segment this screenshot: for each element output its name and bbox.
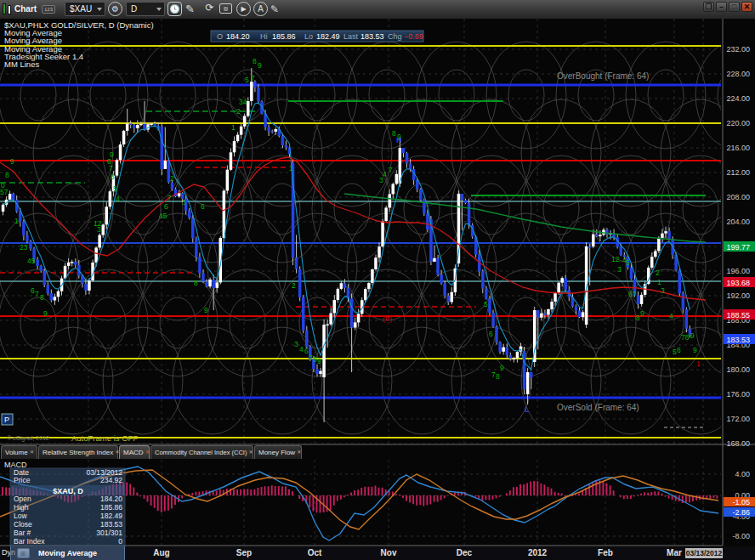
- svg-text:6: 6: [201, 202, 205, 211]
- svg-text:9: 9: [204, 306, 208, 314]
- svg-text:188.55: 188.55: [726, 311, 750, 320]
- svg-text:5: 5: [673, 348, 677, 356]
- svg-text:Bar #: Bar #: [14, 529, 31, 537]
- svg-text:Bar Index: Bar Index: [14, 537, 45, 546]
- svg-text:180.00: 180.00: [726, 365, 750, 374]
- svg-text:1: 1: [231, 123, 236, 132]
- svg-text:8: 8: [253, 57, 257, 65]
- svg-text:182.49: 182.49: [100, 512, 122, 520]
- svg-text:-2.86: -2.86: [732, 508, 750, 517]
- svg-text:0: 0: [118, 537, 122, 546]
- svg-text:4: 4: [116, 195, 120, 203]
- svg-text:183.53: 183.53: [726, 336, 750, 344]
- svg-text:Hi: Hi: [260, 32, 268, 41]
- svg-text:7: 7: [35, 290, 39, 298]
- svg-text:183.53: 183.53: [360, 32, 384, 41]
- svg-text:9: 9: [110, 150, 114, 159]
- svg-text:MM Lines: MM Lines: [4, 59, 39, 69]
- svg-text:8: 8: [40, 293, 44, 302]
- svg-text:−0.69: −0.69: [404, 32, 423, 41]
- svg-text:8: 8: [496, 372, 500, 381]
- svg-text:5: 5: [245, 76, 249, 84]
- svg-text:O: O: [217, 32, 223, 41]
- svg-text:Chg: Chg: [388, 32, 402, 41]
- svg-text:3: 3: [661, 286, 665, 295]
- svg-text:184.20: 184.20: [100, 495, 122, 503]
- svg-text:4.00: 4.00: [735, 470, 750, 478]
- svg-text:P: P: [4, 416, 9, 424]
- svg-text:9: 9: [43, 309, 48, 318]
- svg-text:5: 5: [626, 258, 630, 267]
- svg-text:172.00: 172.00: [726, 415, 750, 423]
- svg-text:7: 7: [251, 74, 255, 82]
- svg-text:5: 5: [484, 300, 488, 308]
- svg-text:-1.05: -1.05: [732, 498, 750, 506]
- svg-text:182.49: 182.49: [316, 32, 340, 41]
- svg-text:3: 3: [182, 198, 186, 206]
- svg-text:9: 9: [317, 357, 321, 365]
- svg-text:Last: Last: [343, 32, 359, 41]
- svg-text:185.86: 185.86: [100, 503, 122, 512]
- svg-text:183.53: 183.53: [100, 520, 122, 529]
- svg-text:2: 2: [236, 107, 241, 116]
- svg-text:2: 2: [170, 174, 174, 183]
- svg-text:Close: Close: [14, 520, 32, 529]
- svg-text:212.00: 212.00: [726, 168, 750, 177]
- svg-text:45: 45: [27, 257, 36, 265]
- svg-text:7: 7: [389, 166, 393, 174]
- svg-text:232.00: 232.00: [726, 45, 750, 54]
- svg-text:3: 3: [294, 340, 298, 348]
- svg-text:Low: Low: [14, 512, 27, 520]
- svg-text:228.00: 228.00: [726, 70, 750, 78]
- svg-text:196.00: 196.00: [726, 267, 750, 275]
- svg-text:8: 8: [111, 173, 115, 181]
- svg-text:6: 6: [489, 330, 493, 338]
- svg-text:3: 3: [97, 225, 101, 234]
- svg-text:185.86: 185.86: [272, 32, 296, 41]
- svg-text:301/301: 301/301: [96, 529, 122, 537]
- svg-text:184.20: 184.20: [226, 32, 250, 41]
- svg-text:224.00: 224.00: [726, 94, 750, 103]
- svg-text:199.77: 199.77: [726, 243, 750, 252]
- svg-text:4: 4: [383, 170, 387, 178]
- svg-text:OverSold (Frame: 64): OverSold (Frame: 64): [557, 403, 639, 412]
- svg-text:9: 9: [10, 157, 14, 166]
- svg-text:6: 6: [164, 202, 168, 211]
- svg-text:-8.00: -8.00: [732, 532, 750, 540]
- svg-text:L: L: [525, 405, 530, 414]
- svg-text:67: 67: [628, 290, 637, 298]
- svg-text:204.00: 204.00: [726, 218, 750, 226]
- svg-text:193.68: 193.68: [726, 279, 750, 287]
- svg-text:7: 7: [167, 194, 172, 202]
- svg-text:9: 9: [640, 309, 644, 318]
- svg-text:8: 8: [5, 171, 9, 179]
- svg-text:3: 3: [617, 265, 622, 274]
- svg-text:Open: Open: [14, 495, 31, 503]
- svg-text:4: 4: [669, 312, 673, 320]
- svg-text:© eSignal, 2012: © eSignal, 2012: [7, 435, 49, 442]
- svg-text:1: 1: [289, 164, 293, 173]
- svg-text:8: 8: [194, 279, 198, 287]
- svg-text:9: 9: [693, 346, 697, 354]
- svg-text:$XAU, D: $XAU, D: [53, 487, 83, 495]
- svg-text:9: 9: [690, 331, 695, 340]
- svg-text:9: 9: [500, 364, 504, 372]
- svg-text:1: 1: [657, 278, 661, 286]
- svg-text:OverBought (Frame: 64): OverBought (Frame: 64): [557, 71, 649, 81]
- svg-text:Lo: Lo: [304, 32, 313, 41]
- svg-text:2: 2: [656, 269, 660, 277]
- svg-text:4: 4: [299, 345, 304, 354]
- svg-text:208.00: 208.00: [726, 193, 750, 201]
- svg-text:(R): (R): [383, 315, 392, 323]
- svg-text:2: 2: [292, 281, 296, 290]
- svg-text:23: 23: [20, 243, 28, 252]
- svg-text:H: H: [396, 136, 402, 144]
- svg-text:220.00: 220.00: [726, 119, 750, 127]
- svg-text:57: 57: [0, 188, 9, 196]
- svg-text:45: 45: [159, 212, 167, 220]
- svg-text:176.00: 176.00: [726, 390, 750, 399]
- svg-text:5: 5: [113, 184, 117, 193]
- svg-text:1: 1: [696, 359, 701, 368]
- svg-text:78: 78: [681, 333, 690, 342]
- svg-text:6: 6: [677, 346, 681, 354]
